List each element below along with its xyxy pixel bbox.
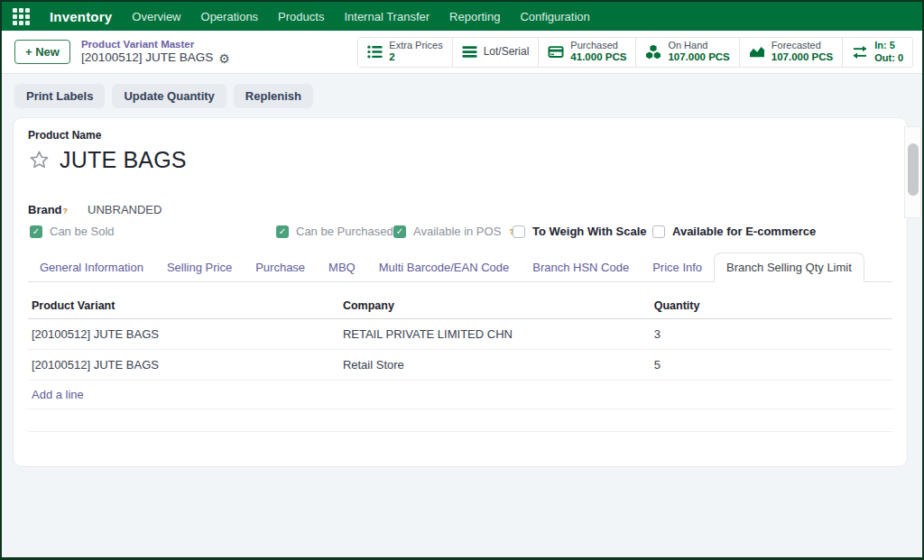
print-labels-button[interactable]: Print Labels [14, 84, 105, 108]
stat-button-forecasted[interactable]: Forecasted 107.000 PCS [739, 38, 842, 67]
tab-multi-barcode-ean-code[interactable]: Multi Barcode/EAN Code [367, 253, 522, 281]
apps-menu-icon[interactable] [13, 8, 30, 25]
update-quantity-button[interactable]: Update Quantity [112, 84, 226, 108]
tab-selling-price[interactable]: Selling Price [155, 253, 244, 281]
tab-general-information[interactable]: General Information [28, 253, 155, 281]
table-row[interactable]: [20100512] JUTE BAGS Retail Store 5 [28, 350, 892, 381]
brand-value[interactable]: UNBRANDED [88, 203, 162, 216]
breadcrumb: Product Variant Master [20100512] JUTE B… [81, 38, 230, 66]
tab-price-info[interactable]: Price Info [641, 253, 714, 281]
checkbox-checked-icon [393, 225, 406, 238]
plus-icon: + [25, 45, 32, 59]
checkbox-can-be-sold[interactable]: Can be Sold [30, 225, 115, 238]
breadcrumb-current: [20100512] JUTE BAGS [81, 50, 213, 66]
cell-quantity[interactable]: 3 [651, 319, 892, 350]
nav-item-internal-transfer[interactable]: Internal Transfer [344, 10, 430, 23]
action-button-row: Print Labels Update Quantity Replenish [2, 74, 922, 118]
stat-button-purchased[interactable]: Purchased 41.000 PCS [538, 38, 635, 67]
notebook-tabs: General Information Selling Price Purcha… [28, 253, 892, 282]
scrollbar-thumb[interactable] [908, 143, 919, 196]
column-header-company: Company [339, 294, 651, 319]
add-a-line-row: Add a line [28, 381, 892, 409]
checkbox-unchecked-icon [513, 225, 525, 238]
nav-item-products[interactable]: Products [278, 10, 324, 23]
cell-product-variant[interactable]: [20100512] JUTE BAGS [28, 319, 339, 350]
checkbox-available-for-ecommerce[interactable]: Available for E-commerce [652, 225, 816, 238]
control-panel: + New Product Variant Master [20100512] … [2, 31, 922, 74]
stat-button-lot-serial[interactable]: Lot/Serial [452, 38, 539, 67]
breadcrumb-parent-link[interactable]: Product Variant Master [81, 38, 230, 50]
product-name-field[interactable]: JUTE BAGS [60, 147, 187, 173]
stat-button-in-out[interactable]: In: 5 Out: 0 [842, 38, 912, 67]
tab-branch-selling-qty-limit[interactable]: Branch Selling Qty Limit [714, 252, 864, 282]
cell-company[interactable]: Retail Store [339, 350, 651, 381]
new-button[interactable]: + New [14, 40, 70, 64]
app-name-menu[interactable]: Inventory [50, 9, 112, 24]
gear-icon[interactable]: ⚙ [218, 52, 230, 65]
checkbox-can-be-purchased[interactable]: Can be Purchased [276, 225, 393, 238]
stat-button-extra-prices[interactable]: Extra Prices 2 [358, 38, 451, 67]
branch-qty-limit-table: Product Variant Company Quantity [201005… [28, 294, 892, 459]
form-sheet: Product Name JUTE BAGS Brand? UNBRANDED … [13, 117, 908, 467]
column-header-quantity: Quantity [651, 294, 892, 319]
tab-mbq[interactable]: MBQ [317, 253, 367, 281]
area-chart-icon [749, 44, 765, 60]
checkbox-checked-icon [30, 225, 42, 238]
brand-field-row: Brand? UNBRANDED [28, 203, 892, 216]
cell-product-variant[interactable]: [20100512] JUTE BAGS [28, 350, 339, 381]
stat-button-on-hand[interactable]: On Hand 107.000 PCS [635, 38, 738, 67]
column-header-product-variant: Product Variant [28, 294, 339, 319]
vertical-scrollbar [904, 126, 921, 218]
checkbox-available-in-pos[interactable]: Available in POS? [393, 225, 514, 238]
empty-table-row [28, 432, 892, 460]
checkbox-unchecked-icon [652, 225, 665, 238]
nav-item-configuration[interactable]: Configuration [520, 10, 589, 23]
product-name-label: Product Name [28, 129, 892, 142]
table-header-row: Product Variant Company Quantity [28, 294, 892, 319]
table-row[interactable]: [20100512] JUTE BAGS RETAIL PRIVATE LIMI… [28, 319, 892, 350]
cell-quantity[interactable]: 5 [651, 350, 892, 381]
nav-item-reporting[interactable]: Reporting [449, 10, 500, 23]
checkbox-to-weigh-with-scale[interactable]: To Weigh With Scale? [513, 225, 660, 238]
cubes-icon [645, 44, 661, 60]
list-ul-icon [367, 44, 383, 60]
cell-company[interactable]: RETAIL PRIVATE LIMITED CHN [339, 319, 651, 350]
stat-button-box: Extra Prices 2 Lot/Serial [357, 37, 913, 68]
empty-table-row [28, 409, 892, 432]
checkbox-checked-icon [276, 225, 289, 238]
brand-help-icon: ? [63, 207, 69, 216]
exchange-arrows-icon [852, 45, 868, 60]
top-navbar: Inventory Overview Operations Products I… [2, 2, 922, 31]
replenish-button[interactable]: Replenish [234, 84, 313, 108]
browser-window: Inventory Overview Operations Products I… [0, 0, 924, 560]
tab-purchase[interactable]: Purchase [244, 253, 317, 281]
nav-item-overview[interactable]: Overview [132, 10, 180, 23]
credit-card-icon [548, 44, 564, 60]
brand-label: Brand [28, 203, 62, 216]
add-a-line-link[interactable]: Add a line [28, 381, 892, 409]
checkbox-row: Can be Sold Can be Purchased Available i… [28, 225, 892, 243]
bars-icon [462, 44, 477, 60]
nav-item-operations[interactable]: Operations [201, 10, 259, 23]
favorite-star-icon[interactable] [28, 149, 51, 171]
tab-branch-hsn-code[interactable]: Branch HSN Code [521, 253, 641, 281]
